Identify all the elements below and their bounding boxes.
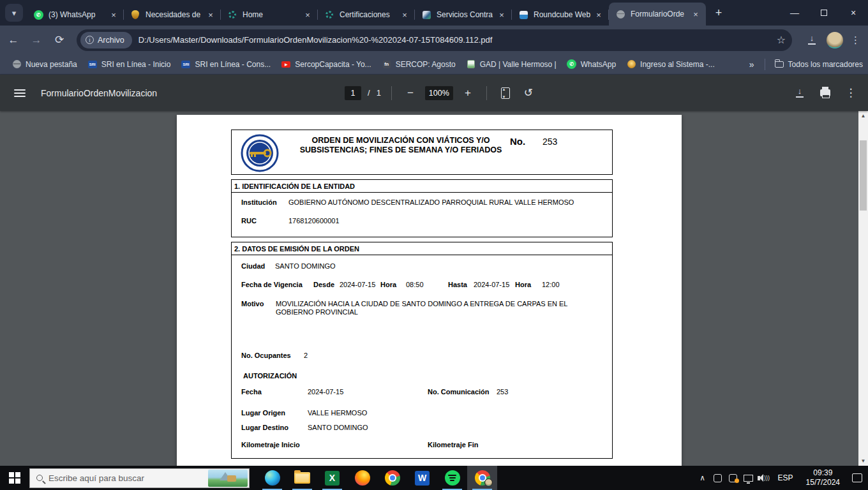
zoom-level-input[interactable]: 100% [425,86,453,100]
desde-label: Desde [313,281,334,288]
bookmark-star-icon[interactable]: ☆ [777,34,786,46]
tab-necesidades[interactable]: Necesidades de × [124,4,221,26]
tab-servicios[interactable]: Servicios Contra × [415,4,512,26]
rotate-button[interactable]: ↺ [520,85,537,101]
fit-page-icon [501,87,510,99]
page-divider: / [368,88,370,98]
chevron-down-icon: ▾ [12,8,17,18]
section2-box: 2. DATOS DE EMISIÓN DE LA ORDEN Ciudad S… [231,242,613,459]
language-indicator[interactable]: ESP [772,473,800,482]
origen-value: VALLE HERMOSO [308,409,367,417]
scrollbar-thumb[interactable] [860,140,867,211]
taskbar-excel[interactable]: X [317,466,347,490]
tab-home[interactable]: Home × [221,4,318,26]
tray-onedrive[interactable] [710,466,726,490]
tab-close-icon[interactable]: × [594,10,604,20]
print-icon [820,89,830,96]
start-button[interactable] [0,466,29,490]
zoom-in-button[interactable]: + [460,85,476,101]
tray-network[interactable] [741,466,756,490]
fecha-value: 2024-07-15 [308,388,343,396]
vigencia-label: Fecha de Vigencia [241,281,303,288]
profile-avatar[interactable] [827,32,843,48]
taskbar-chrome-active[interactable] [467,466,497,490]
clock-date: 15/7/2024 [806,478,840,487]
back-button[interactable]: ← [4,31,23,50]
bookmark-sercop-agosto[interactable]: fn SERCOP: Agosto [377,57,461,72]
zoom-out-button[interactable]: − [402,85,419,101]
scroll-down-arrow[interactable]: ▼ [858,456,868,466]
bookmark-gad-valle-hermoso[interactable]: GAD | Valle Hermoso | [461,57,562,72]
fit-to-page-button[interactable] [497,85,514,101]
window-close-button[interactable]: × [839,0,868,26]
pdf-print-button[interactable] [817,85,834,101]
tab-close-icon[interactable]: × [691,9,701,19]
download-icon: ↓ [807,36,816,45]
all-bookmarks-button[interactable]: Todos los marcadores [769,57,868,72]
pdf-more-button[interactable]: ⋮ [842,85,859,101]
network-icon [744,475,753,482]
taskbar-file-explorer[interactable] [287,466,317,490]
bookmark-sercopcapacita[interactable]: ▶ SercopCapacita - Yo... [276,57,376,72]
file-scheme-chip[interactable]: i Archivo [80,32,132,48]
tab-close-icon[interactable]: × [108,10,119,20]
taskbar-spotify[interactable] [437,466,467,490]
taskbar-chrome[interactable] [377,466,407,490]
taskbar-search-input[interactable]: Escribe aquí para buscar [29,468,250,488]
bookmark-sri-consultas[interactable]: SRI SRI en Línea - Cons... [176,57,276,72]
ocupantes-label: No. Ocupantes [241,352,291,359]
tab-close-icon[interactable]: × [303,10,313,20]
bookmark-label: SercopCapacita - Yo... [295,60,371,69]
tab-whatsapp[interactable]: ✆ (3) WhatsApp × [27,4,124,26]
downloads-button[interactable]: ↓ [802,31,821,50]
tray-volume[interactable]: ))) [756,466,772,490]
section1-box: 1. IDENTIFICACIÓN DE LA ENTIDAD Instituc… [231,179,613,237]
page-number-input[interactable]: 1 [345,86,361,100]
bookmark-sri-inicio[interactable]: SRI SRI en Línea - Inicio [82,57,176,72]
tab-close-icon[interactable]: × [400,10,410,20]
pdf-download-button[interactable]: ↓ [791,85,808,101]
taskbar-edge[interactable] [257,466,287,490]
pdf-scrollbar[interactable]: ▲ ▼ [858,111,868,466]
window-minimize-button[interactable]: — [780,0,809,26]
reload-button[interactable]: ⟳ [50,31,69,50]
globe-icon [617,10,625,19]
forward-button[interactable]: → [27,31,46,50]
bookmark-ingreso-sistema[interactable]: Ingreso al Sistema -... [621,57,720,72]
tab-close-icon[interactable]: × [497,10,507,20]
news-weather-widget[interactable] [208,470,248,487]
taskbar-clock[interactable]: 09:39 15/7/2024 [800,468,846,487]
tray-update-badge[interactable] [726,466,741,490]
window-maximize-button[interactable] [809,0,839,26]
tab-certificaciones[interactable]: Certificaciones × [318,4,415,26]
bookmarks-overflow-button[interactable]: » [743,59,761,70]
excel-icon: X [325,471,340,486]
tab-label: Roundcube Web [534,10,591,19]
chip-label: Archivo [98,36,124,45]
tab-formulario-active[interactable]: FormularioOrde × [609,3,706,26]
ruc-label: RUC [241,217,257,225]
taskbar-word[interactable]: W [407,466,437,490]
new-tab-button[interactable]: + [710,4,728,22]
notification-center-button[interactable] [846,466,868,490]
tab-close-icon[interactable]: × [206,10,216,20]
tab-roundcube[interactable]: Roundcube Web × [512,4,609,26]
whatsapp-icon: ✆ [34,10,43,20]
pdf-menu-button[interactable] [14,89,26,97]
bookmark-label: WhatsApp [581,60,616,69]
taskbar-firefox[interactable] [347,466,377,490]
tray-expand-button[interactable]: ∧ [695,466,710,490]
browser-menu-button[interactable]: ⋮ [848,34,868,46]
file-explorer-icon [294,472,310,484]
youtube-icon: ▶ [281,61,290,68]
folder-icon [775,61,784,68]
section1-title: 1. IDENTIFICACIÓN DE LA ENTIDAD [232,180,612,193]
address-bar[interactable]: i Archivo D:/Users/Master/Downloads/Form… [77,29,792,51]
bookmark-nueva-pestana[interactable]: Nueva pestaña [6,57,82,72]
desde-value: 2024-07-15 [340,281,375,288]
url-text[interactable]: D:/Users/Master/Downloads/FormularioOrde… [138,35,772,45]
tab-search-button[interactable]: ▾ [5,4,23,22]
bookmark-whatsapp[interactable]: ✆ WhatsApp [562,57,621,72]
scroll-up-arrow[interactable]: ▲ [858,111,868,121]
roundcube-icon [520,11,528,19]
